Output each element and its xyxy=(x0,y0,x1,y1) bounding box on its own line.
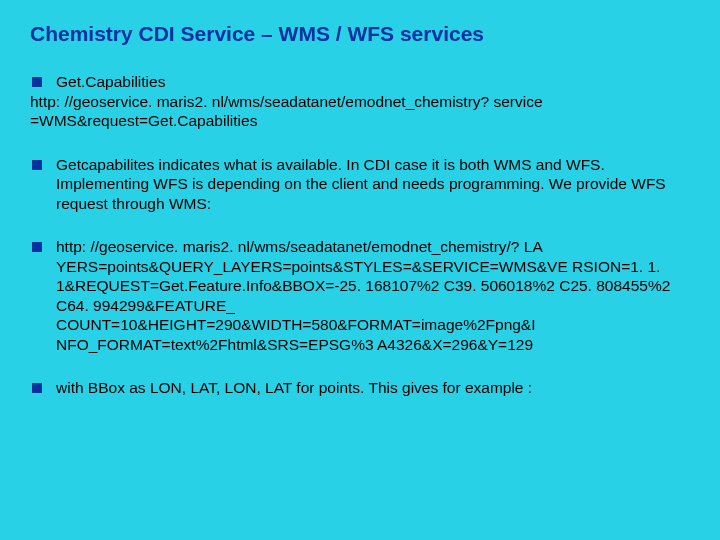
item-text: http: //geoservice. maris2. nl/wms/seada… xyxy=(56,237,690,354)
slide-title: Chemistry CDI Service – WMS / WFS servic… xyxy=(30,22,690,46)
item-continuation: http: //geoservice. maris2. nl/wms/seada… xyxy=(30,92,690,131)
bullet-icon xyxy=(32,383,42,393)
bullet-icon xyxy=(32,242,42,252)
item-text: with BBox as LON, LAT, LON, LAT for poin… xyxy=(56,378,690,398)
list-item: http: //geoservice. maris2. nl/wms/seada… xyxy=(30,237,690,354)
list-item: Getcapabilites indicates what is availab… xyxy=(30,155,690,214)
list-item: with BBox as LON, LAT, LON, LAT for poin… xyxy=(30,378,690,398)
item-text: Get.Capabilities xyxy=(56,72,690,92)
bullet-icon xyxy=(32,77,42,87)
item-text: Getcapabilites indicates what is availab… xyxy=(56,155,690,214)
bullet-icon xyxy=(32,160,42,170)
list-item: Get.Capabilities http: //geoservice. mar… xyxy=(30,72,690,131)
slide: Chemistry CDI Service – WMS / WFS servic… xyxy=(0,0,720,540)
